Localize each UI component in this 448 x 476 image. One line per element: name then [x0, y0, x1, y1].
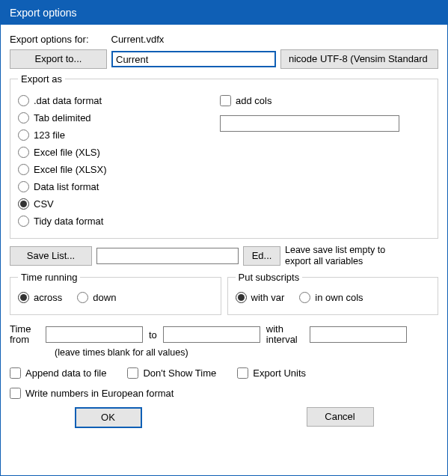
format-csv-label: CSV	[34, 198, 54, 210]
add-cols-checkbox[interactable]	[220, 95, 231, 106]
export-filename: Current.vdfx	[111, 34, 165, 45]
time-running-legend: Time running	[18, 272, 80, 283]
time-from-label: Time from	[10, 324, 40, 346]
export-as-group: Export as .dat data format Tab delimited…	[10, 73, 438, 239]
format-xls-label: Excel file (XLS)	[34, 147, 100, 158]
format-tidy-radio[interactable]	[18, 216, 29, 227]
window-title: Export options	[10, 7, 77, 19]
format-tab-label: Tab delimited	[34, 112, 91, 123]
time-interval-label: with interval	[266, 324, 304, 346]
subscripts-owncols-radio[interactable]	[299, 292, 310, 303]
time-to-input[interactable]	[163, 326, 260, 343]
export-units-label: Export Units	[253, 367, 306, 379]
encoding-dropdown[interactable]: nicode UTF-8 (Vensim Standard	[280, 49, 438, 69]
export-to-button[interactable]: Export to...	[10, 49, 107, 69]
subscripts-withvar-label: with var	[251, 292, 285, 303]
save-list-note: Leave save list empty to export all vari…	[285, 245, 412, 267]
european-format-label: Write numbers in European format	[25, 388, 174, 399]
save-list-edit-button[interactable]: Ed...	[243, 246, 280, 266]
add-cols-label: add cols	[236, 95, 271, 106]
add-cols-input[interactable]	[220, 115, 399, 132]
save-list-input[interactable]	[96, 248, 239, 264]
format-csv-radio[interactable]	[18, 198, 29, 210]
format-datalist-radio[interactable]	[18, 181, 29, 192]
format-123-label: 123 file	[34, 129, 65, 141]
time-from-input[interactable]	[46, 326, 143, 343]
save-list-button[interactable]: Save List...	[10, 246, 92, 266]
time-running-across-radio[interactable]	[18, 292, 29, 303]
time-running-down-label: down	[93, 292, 116, 303]
subscripts-legend: Put subscripts	[236, 272, 303, 283]
format-dat-label: .dat data format	[34, 95, 102, 106]
format-xlsx-radio[interactable]	[18, 164, 29, 175]
dialog-body: Export options for: Current.vdfx Export …	[1, 25, 447, 433]
format-xls-radio[interactable]	[18, 147, 29, 158]
append-label: Append data to file	[25, 367, 106, 379]
dont-show-time-label: Don't Show Time	[143, 367, 216, 379]
format-tidy-label: Tidy data format	[34, 216, 103, 227]
subscripts-group: Put subscripts with var in own cols	[227, 272, 439, 315]
subscripts-owncols-label: in own cols	[315, 292, 363, 303]
time-interval-input[interactable]	[310, 326, 407, 343]
format-datalist-label: Data list format	[34, 181, 99, 192]
format-xlsx-label: Excel file (XLSX)	[34, 164, 107, 175]
time-to-label: to	[149, 329, 157, 341]
time-running-down-radio[interactable]	[77, 292, 88, 303]
window-titlebar: Export options	[1, 1, 447, 25]
time-running-group: Time running across down	[10, 272, 221, 315]
dont-show-time-checkbox[interactable]	[127, 367, 138, 379]
export-name-input[interactable]	[111, 51, 276, 67]
export-options-for-label: Export options for:	[10, 34, 89, 45]
time-running-across-label: across	[34, 292, 62, 303]
format-tab-radio[interactable]	[18, 112, 29, 123]
export-as-legend: Export as	[18, 73, 65, 85]
format-123-radio[interactable]	[18, 129, 29, 141]
european-format-checkbox[interactable]	[10, 388, 21, 399]
ok-button[interactable]: OK	[75, 407, 142, 428]
cancel-button[interactable]: Cancel	[307, 407, 374, 427]
format-dat-radio[interactable]	[18, 95, 29, 106]
append-checkbox[interactable]	[10, 367, 21, 379]
time-hint: (leave times blank for all values)	[55, 347, 438, 358]
subscripts-withvar-radio[interactable]	[236, 292, 247, 303]
export-units-checkbox[interactable]	[237, 367, 248, 379]
